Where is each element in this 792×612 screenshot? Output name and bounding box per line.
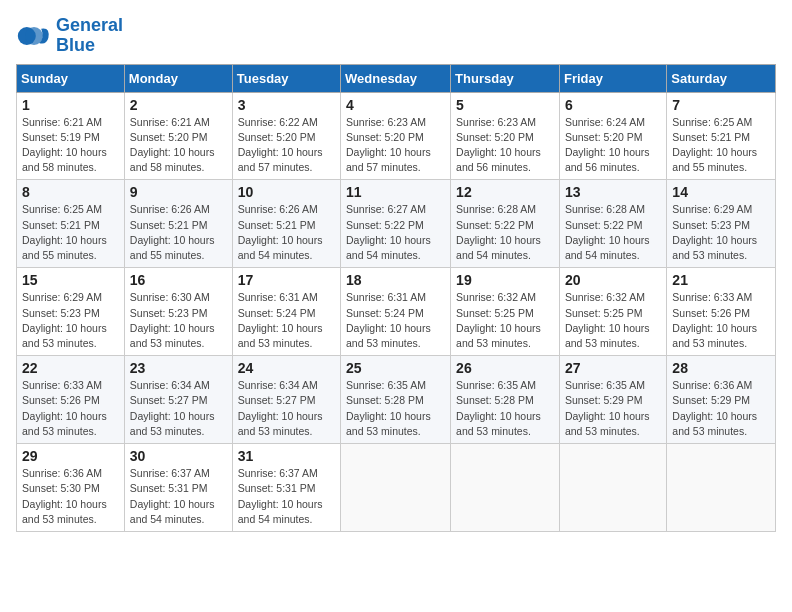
calendar-day-cell: 4Sunrise: 6:23 AM Sunset: 5:20 PM Daylig…: [341, 92, 451, 180]
day-number: 18: [346, 272, 445, 288]
day-number: 22: [22, 360, 119, 376]
day-info: Sunrise: 6:21 AM Sunset: 5:19 PM Dayligh…: [22, 115, 119, 176]
day-info: Sunrise: 6:26 AM Sunset: 5:21 PM Dayligh…: [130, 202, 227, 263]
day-info: Sunrise: 6:37 AM Sunset: 5:31 PM Dayligh…: [238, 466, 335, 527]
header-sunday: Sunday: [17, 64, 125, 92]
calendar-week-row: 22Sunrise: 6:33 AM Sunset: 5:26 PM Dayli…: [17, 356, 776, 444]
calendar-day-cell: 26Sunrise: 6:35 AM Sunset: 5:28 PM Dayli…: [451, 356, 560, 444]
day-info: Sunrise: 6:23 AM Sunset: 5:20 PM Dayligh…: [456, 115, 554, 176]
day-info: Sunrise: 6:34 AM Sunset: 5:27 PM Dayligh…: [130, 378, 227, 439]
day-number: 12: [456, 184, 554, 200]
day-info: Sunrise: 6:36 AM Sunset: 5:29 PM Dayligh…: [672, 378, 770, 439]
day-info: Sunrise: 6:25 AM Sunset: 5:21 PM Dayligh…: [22, 202, 119, 263]
day-number: 14: [672, 184, 770, 200]
calendar-day-cell: 9Sunrise: 6:26 AM Sunset: 5:21 PM Daylig…: [124, 180, 232, 268]
day-number: 4: [346, 97, 445, 113]
day-info: Sunrise: 6:27 AM Sunset: 5:22 PM Dayligh…: [346, 202, 445, 263]
day-number: 25: [346, 360, 445, 376]
day-info: Sunrise: 6:22 AM Sunset: 5:20 PM Dayligh…: [238, 115, 335, 176]
day-info: Sunrise: 6:26 AM Sunset: 5:21 PM Dayligh…: [238, 202, 335, 263]
calendar-day-cell: 12Sunrise: 6:28 AM Sunset: 5:22 PM Dayli…: [451, 180, 560, 268]
day-number: 26: [456, 360, 554, 376]
logo-text: General Blue: [56, 16, 123, 56]
day-number: 11: [346, 184, 445, 200]
day-info: Sunrise: 6:33 AM Sunset: 5:26 PM Dayligh…: [22, 378, 119, 439]
day-info: Sunrise: 6:36 AM Sunset: 5:30 PM Dayligh…: [22, 466, 119, 527]
day-info: Sunrise: 6:21 AM Sunset: 5:20 PM Dayligh…: [130, 115, 227, 176]
day-number: 16: [130, 272, 227, 288]
logo-icon: [16, 18, 52, 54]
day-number: 9: [130, 184, 227, 200]
calendar-day-cell: 17Sunrise: 6:31 AM Sunset: 5:24 PM Dayli…: [232, 268, 340, 356]
header-wednesday: Wednesday: [341, 64, 451, 92]
calendar-day-cell: 11Sunrise: 6:27 AM Sunset: 5:22 PM Dayli…: [341, 180, 451, 268]
header-thursday: Thursday: [451, 64, 560, 92]
day-info: Sunrise: 6:25 AM Sunset: 5:21 PM Dayligh…: [672, 115, 770, 176]
calendar-day-cell: 31Sunrise: 6:37 AM Sunset: 5:31 PM Dayli…: [232, 444, 340, 532]
day-number: 30: [130, 448, 227, 464]
calendar-day-cell: 22Sunrise: 6:33 AM Sunset: 5:26 PM Dayli…: [17, 356, 125, 444]
day-info: Sunrise: 6:28 AM Sunset: 5:22 PM Dayligh…: [565, 202, 661, 263]
header-tuesday: Tuesday: [232, 64, 340, 92]
day-number: 5: [456, 97, 554, 113]
calendar-day-cell: 21Sunrise: 6:33 AM Sunset: 5:26 PM Dayli…: [667, 268, 776, 356]
empty-cell: [341, 444, 451, 532]
day-number: 21: [672, 272, 770, 288]
day-number: 2: [130, 97, 227, 113]
calendar-day-cell: 24Sunrise: 6:34 AM Sunset: 5:27 PM Dayli…: [232, 356, 340, 444]
calendar-day-cell: 7Sunrise: 6:25 AM Sunset: 5:21 PM Daylig…: [667, 92, 776, 180]
calendar-day-cell: 3Sunrise: 6:22 AM Sunset: 5:20 PM Daylig…: [232, 92, 340, 180]
day-info: Sunrise: 6:24 AM Sunset: 5:20 PM Dayligh…: [565, 115, 661, 176]
day-number: 20: [565, 272, 661, 288]
day-info: Sunrise: 6:23 AM Sunset: 5:20 PM Dayligh…: [346, 115, 445, 176]
day-number: 13: [565, 184, 661, 200]
day-number: 31: [238, 448, 335, 464]
day-number: 6: [565, 97, 661, 113]
day-info: Sunrise: 6:35 AM Sunset: 5:29 PM Dayligh…: [565, 378, 661, 439]
calendar-day-cell: 18Sunrise: 6:31 AM Sunset: 5:24 PM Dayli…: [341, 268, 451, 356]
day-info: Sunrise: 6:29 AM Sunset: 5:23 PM Dayligh…: [22, 290, 119, 351]
day-number: 27: [565, 360, 661, 376]
day-number: 3: [238, 97, 335, 113]
day-info: Sunrise: 6:30 AM Sunset: 5:23 PM Dayligh…: [130, 290, 227, 351]
calendar-week-row: 8Sunrise: 6:25 AM Sunset: 5:21 PM Daylig…: [17, 180, 776, 268]
day-number: 10: [238, 184, 335, 200]
day-number: 24: [238, 360, 335, 376]
calendar-day-cell: 19Sunrise: 6:32 AM Sunset: 5:25 PM Dayli…: [451, 268, 560, 356]
calendar-day-cell: 6Sunrise: 6:24 AM Sunset: 5:20 PM Daylig…: [559, 92, 666, 180]
header-monday: Monday: [124, 64, 232, 92]
calendar-day-cell: 28Sunrise: 6:36 AM Sunset: 5:29 PM Dayli…: [667, 356, 776, 444]
calendar-day-cell: 29Sunrise: 6:36 AM Sunset: 5:30 PM Dayli…: [17, 444, 125, 532]
day-info: Sunrise: 6:34 AM Sunset: 5:27 PM Dayligh…: [238, 378, 335, 439]
calendar-day-cell: 27Sunrise: 6:35 AM Sunset: 5:29 PM Dayli…: [559, 356, 666, 444]
calendar-week-row: 1Sunrise: 6:21 AM Sunset: 5:19 PM Daylig…: [17, 92, 776, 180]
calendar-day-cell: 13Sunrise: 6:28 AM Sunset: 5:22 PM Dayli…: [559, 180, 666, 268]
day-number: 28: [672, 360, 770, 376]
day-number: 29: [22, 448, 119, 464]
calendar-day-cell: 20Sunrise: 6:32 AM Sunset: 5:25 PM Dayli…: [559, 268, 666, 356]
calendar-week-row: 15Sunrise: 6:29 AM Sunset: 5:23 PM Dayli…: [17, 268, 776, 356]
day-info: Sunrise: 6:32 AM Sunset: 5:25 PM Dayligh…: [565, 290, 661, 351]
day-number: 23: [130, 360, 227, 376]
calendar-day-cell: 8Sunrise: 6:25 AM Sunset: 5:21 PM Daylig…: [17, 180, 125, 268]
calendar-day-cell: 10Sunrise: 6:26 AM Sunset: 5:21 PM Dayli…: [232, 180, 340, 268]
empty-cell: [667, 444, 776, 532]
header-saturday: Saturday: [667, 64, 776, 92]
day-info: Sunrise: 6:35 AM Sunset: 5:28 PM Dayligh…: [456, 378, 554, 439]
calendar-day-cell: 14Sunrise: 6:29 AM Sunset: 5:23 PM Dayli…: [667, 180, 776, 268]
calendar-day-cell: 16Sunrise: 6:30 AM Sunset: 5:23 PM Dayli…: [124, 268, 232, 356]
calendar-day-cell: 30Sunrise: 6:37 AM Sunset: 5:31 PM Dayli…: [124, 444, 232, 532]
day-info: Sunrise: 6:32 AM Sunset: 5:25 PM Dayligh…: [456, 290, 554, 351]
empty-cell: [559, 444, 666, 532]
header-friday: Friday: [559, 64, 666, 92]
calendar-day-cell: 1Sunrise: 6:21 AM Sunset: 5:19 PM Daylig…: [17, 92, 125, 180]
day-number: 19: [456, 272, 554, 288]
calendar-day-cell: 2Sunrise: 6:21 AM Sunset: 5:20 PM Daylig…: [124, 92, 232, 180]
logo: General Blue: [16, 16, 123, 56]
calendar-week-row: 29Sunrise: 6:36 AM Sunset: 5:30 PM Dayli…: [17, 444, 776, 532]
day-info: Sunrise: 6:33 AM Sunset: 5:26 PM Dayligh…: [672, 290, 770, 351]
calendar-day-cell: 23Sunrise: 6:34 AM Sunset: 5:27 PM Dayli…: [124, 356, 232, 444]
calendar-header-row: SundayMondayTuesdayWednesdayThursdayFrid…: [17, 64, 776, 92]
day-info: Sunrise: 6:37 AM Sunset: 5:31 PM Dayligh…: [130, 466, 227, 527]
day-info: Sunrise: 6:28 AM Sunset: 5:22 PM Dayligh…: [456, 202, 554, 263]
